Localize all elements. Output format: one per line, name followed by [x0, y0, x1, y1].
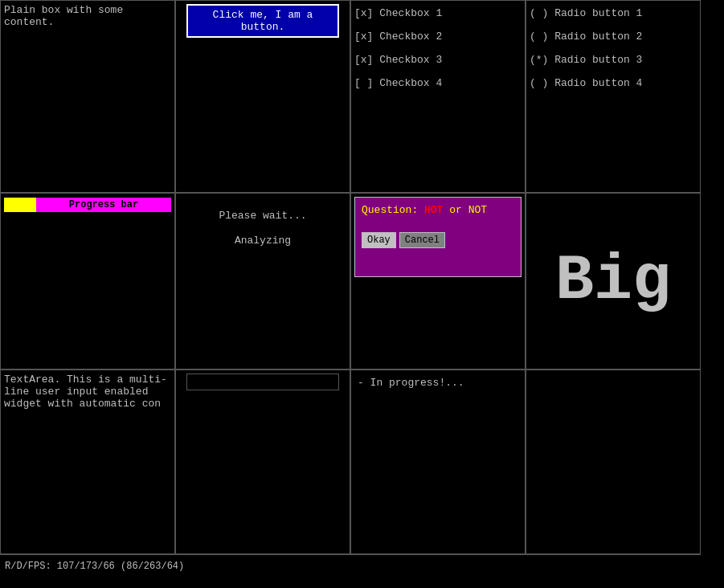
progress-magenta-fill: Progress bar: [36, 198, 171, 212]
radio-2[interactable]: ( ) Radio button 2: [530, 31, 697, 43]
progress-bar: Progress bar: [4, 197, 171, 213]
checkbox-3[interactable]: [x] Checkbox 3: [354, 54, 522, 66]
question-prefix: Question:: [362, 204, 424, 216]
big-display-cell: Big: [526, 193, 701, 370]
main-button[interactable]: Click me, I am a button.: [186, 4, 339, 38]
plain-box: Plain box with some content.: [0, 0, 175, 193]
question-buttons: Okay Cancel: [362, 232, 514, 248]
empty-cell-row3-col4: [526, 370, 701, 554]
question-hot: HOT: [424, 204, 443, 216]
question-dialog: Question: HOT or NOT Okay Cancel: [354, 197, 522, 277]
radio-3[interactable]: (*) Radio button 3: [530, 54, 697, 66]
radio-1[interactable]: ( ) Radio button 1: [530, 7, 697, 19]
progress-label: Progress bar: [69, 199, 138, 210]
please-wait-title: Please wait...: [219, 210, 306, 222]
question-title: Question: HOT or NOT: [362, 204, 514, 216]
checkbox-4[interactable]: [ ] Checkbox 4: [354, 77, 522, 89]
text-input-field[interactable]: [186, 374, 339, 390]
status-bar: R/D/FPS: 107/173/66 (86/263/64): [0, 554, 701, 577]
textarea-widget[interactable]: TextArea. This is a multi-line user inpu…: [4, 374, 171, 550]
button-cell: Click me, I am a button.: [175, 0, 350, 193]
okay-button[interactable]: Okay: [362, 232, 396, 248]
textarea-cell[interactable]: TextArea. This is a multi-line user inpu…: [0, 370, 175, 554]
input-cell[interactable]: [175, 370, 350, 554]
big-display-text: Big: [555, 249, 671, 313]
progress-cell: Progress bar: [0, 193, 175, 370]
checkbox-1[interactable]: [x] Checkbox 1: [354, 7, 522, 19]
plain-box-text: Plain box with some content.: [4, 4, 123, 28]
inprogress-label: - In progress!...: [354, 374, 468, 392]
status-bar-text: R/D/FPS: 107/173/66 (86/263/64): [5, 561, 184, 572]
inprogress-cell: - In progress!...: [350, 370, 526, 554]
checkbox-2[interactable]: [x] Checkbox 2: [354, 31, 522, 43]
radio-4[interactable]: ( ) Radio button 4: [530, 77, 697, 89]
checkboxes-panel: [x] Checkbox 1 [x] Checkbox 2 [x] Checkb…: [350, 0, 526, 193]
progress-yellow-fill: [4, 198, 36, 212]
please-wait-cell: Please wait... Analyzing: [175, 193, 350, 370]
question-cell: Question: HOT or NOT Okay Cancel: [350, 193, 526, 370]
question-suffix: or NOT: [443, 204, 487, 216]
radios-panel: ( ) Radio button 1 ( ) Radio button 2 (*…: [526, 0, 701, 193]
cancel-button[interactable]: Cancel: [399, 232, 445, 248]
analyzing-text: Analyzing: [235, 235, 291, 247]
